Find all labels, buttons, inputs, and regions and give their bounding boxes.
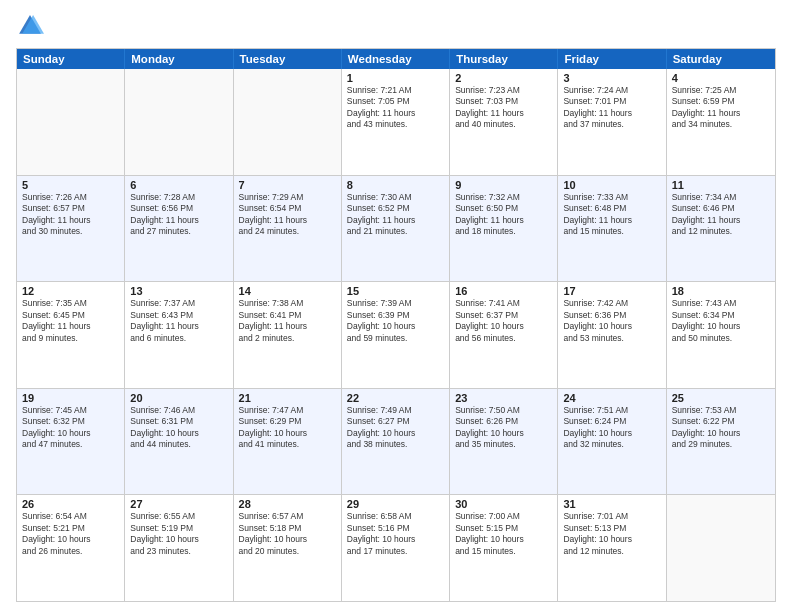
day-number: 13: [130, 285, 227, 297]
calendar-cell: 8Sunrise: 7:30 AM Sunset: 6:52 PM Daylig…: [342, 176, 450, 282]
calendar-week-row: 5Sunrise: 7:26 AM Sunset: 6:57 PM Daylig…: [17, 175, 775, 282]
calendar-week-row: 26Sunrise: 6:54 AM Sunset: 5:21 PM Dayli…: [17, 494, 775, 601]
day-number: 31: [563, 498, 660, 510]
cal-header-cell: Sunday: [17, 49, 125, 69]
day-number: 10: [563, 179, 660, 191]
calendar-cell: 17Sunrise: 7:42 AM Sunset: 6:36 PM Dayli…: [558, 282, 666, 388]
calendar-cell: 7Sunrise: 7:29 AM Sunset: 6:54 PM Daylig…: [234, 176, 342, 282]
calendar-cell: 26Sunrise: 6:54 AM Sunset: 5:21 PM Dayli…: [17, 495, 125, 601]
cell-daylight-info: Sunrise: 7:00 AM Sunset: 5:15 PM Dayligh…: [455, 511, 552, 557]
day-number: 28: [239, 498, 336, 510]
day-number: 30: [455, 498, 552, 510]
cell-daylight-info: Sunrise: 7:42 AM Sunset: 6:36 PM Dayligh…: [563, 298, 660, 344]
cell-daylight-info: Sunrise: 7:38 AM Sunset: 6:41 PM Dayligh…: [239, 298, 336, 344]
calendar: SundayMondayTuesdayWednesdayThursdayFrid…: [16, 48, 776, 602]
cell-daylight-info: Sunrise: 6:55 AM Sunset: 5:19 PM Dayligh…: [130, 511, 227, 557]
cal-header-cell: Friday: [558, 49, 666, 69]
calendar-cell: 19Sunrise: 7:45 AM Sunset: 6:32 PM Dayli…: [17, 389, 125, 495]
calendar-cell: [125, 69, 233, 175]
cal-header-cell: Saturday: [667, 49, 775, 69]
calendar-cell: 1Sunrise: 7:21 AM Sunset: 7:05 PM Daylig…: [342, 69, 450, 175]
cell-daylight-info: Sunrise: 7:34 AM Sunset: 6:46 PM Dayligh…: [672, 192, 770, 238]
calendar-cell: 31Sunrise: 7:01 AM Sunset: 5:13 PM Dayli…: [558, 495, 666, 601]
day-number: 17: [563, 285, 660, 297]
cell-daylight-info: Sunrise: 7:37 AM Sunset: 6:43 PM Dayligh…: [130, 298, 227, 344]
calendar-week-row: 12Sunrise: 7:35 AM Sunset: 6:45 PM Dayli…: [17, 281, 775, 388]
calendar-cell: 4Sunrise: 7:25 AM Sunset: 6:59 PM Daylig…: [667, 69, 775, 175]
calendar-week-row: 19Sunrise: 7:45 AM Sunset: 6:32 PM Dayli…: [17, 388, 775, 495]
cell-daylight-info: Sunrise: 7:45 AM Sunset: 6:32 PM Dayligh…: [22, 405, 119, 451]
cell-daylight-info: Sunrise: 7:50 AM Sunset: 6:26 PM Dayligh…: [455, 405, 552, 451]
cell-daylight-info: Sunrise: 7:24 AM Sunset: 7:01 PM Dayligh…: [563, 85, 660, 131]
calendar-cell: 3Sunrise: 7:24 AM Sunset: 7:01 PM Daylig…: [558, 69, 666, 175]
calendar-cell: 2Sunrise: 7:23 AM Sunset: 7:03 PM Daylig…: [450, 69, 558, 175]
calendar-cell: 15Sunrise: 7:39 AM Sunset: 6:39 PM Dayli…: [342, 282, 450, 388]
cal-header-cell: Thursday: [450, 49, 558, 69]
calendar-cell: 21Sunrise: 7:47 AM Sunset: 6:29 PM Dayli…: [234, 389, 342, 495]
cell-daylight-info: Sunrise: 7:23 AM Sunset: 7:03 PM Dayligh…: [455, 85, 552, 131]
cell-daylight-info: Sunrise: 7:28 AM Sunset: 6:56 PM Dayligh…: [130, 192, 227, 238]
logo: [16, 12, 46, 40]
calendar-cell: 25Sunrise: 7:53 AM Sunset: 6:22 PM Dayli…: [667, 389, 775, 495]
cell-daylight-info: Sunrise: 7:47 AM Sunset: 6:29 PM Dayligh…: [239, 405, 336, 451]
cell-daylight-info: Sunrise: 7:39 AM Sunset: 6:39 PM Dayligh…: [347, 298, 444, 344]
day-number: 5: [22, 179, 119, 191]
calendar-cell: 10Sunrise: 7:33 AM Sunset: 6:48 PM Dayli…: [558, 176, 666, 282]
cal-header-cell: Wednesday: [342, 49, 450, 69]
calendar-cell: 20Sunrise: 7:46 AM Sunset: 6:31 PM Dayli…: [125, 389, 233, 495]
logo-icon: [16, 12, 44, 40]
day-number: 11: [672, 179, 770, 191]
day-number: 23: [455, 392, 552, 404]
cell-daylight-info: Sunrise: 7:51 AM Sunset: 6:24 PM Dayligh…: [563, 405, 660, 451]
calendar-cell: 14Sunrise: 7:38 AM Sunset: 6:41 PM Dayli…: [234, 282, 342, 388]
day-number: 6: [130, 179, 227, 191]
day-number: 20: [130, 392, 227, 404]
day-number: 24: [563, 392, 660, 404]
day-number: 2: [455, 72, 552, 84]
page: SundayMondayTuesdayWednesdayThursdayFrid…: [0, 0, 792, 612]
day-number: 9: [455, 179, 552, 191]
cell-daylight-info: Sunrise: 7:43 AM Sunset: 6:34 PM Dayligh…: [672, 298, 770, 344]
cell-daylight-info: Sunrise: 7:29 AM Sunset: 6:54 PM Dayligh…: [239, 192, 336, 238]
day-number: 8: [347, 179, 444, 191]
day-number: 27: [130, 498, 227, 510]
cell-daylight-info: Sunrise: 6:58 AM Sunset: 5:16 PM Dayligh…: [347, 511, 444, 557]
day-number: 18: [672, 285, 770, 297]
calendar-cell: 12Sunrise: 7:35 AM Sunset: 6:45 PM Dayli…: [17, 282, 125, 388]
cell-daylight-info: Sunrise: 7:32 AM Sunset: 6:50 PM Dayligh…: [455, 192, 552, 238]
cell-daylight-info: Sunrise: 6:57 AM Sunset: 5:18 PM Dayligh…: [239, 511, 336, 557]
calendar-header-row: SundayMondayTuesdayWednesdayThursdayFrid…: [17, 49, 775, 69]
calendar-cell: [667, 495, 775, 601]
calendar-week-row: 1Sunrise: 7:21 AM Sunset: 7:05 PM Daylig…: [17, 69, 775, 175]
cell-daylight-info: Sunrise: 7:21 AM Sunset: 7:05 PM Dayligh…: [347, 85, 444, 131]
cell-daylight-info: Sunrise: 7:33 AM Sunset: 6:48 PM Dayligh…: [563, 192, 660, 238]
cell-daylight-info: Sunrise: 7:01 AM Sunset: 5:13 PM Dayligh…: [563, 511, 660, 557]
calendar-cell: 29Sunrise: 6:58 AM Sunset: 5:16 PM Dayli…: [342, 495, 450, 601]
calendar-cell: 22Sunrise: 7:49 AM Sunset: 6:27 PM Dayli…: [342, 389, 450, 495]
day-number: 16: [455, 285, 552, 297]
cell-daylight-info: Sunrise: 7:35 AM Sunset: 6:45 PM Dayligh…: [22, 298, 119, 344]
cell-daylight-info: Sunrise: 7:53 AM Sunset: 6:22 PM Dayligh…: [672, 405, 770, 451]
calendar-cell: [17, 69, 125, 175]
day-number: 3: [563, 72, 660, 84]
cal-header-cell: Monday: [125, 49, 233, 69]
day-number: 1: [347, 72, 444, 84]
header: [16, 12, 776, 40]
cell-daylight-info: Sunrise: 6:54 AM Sunset: 5:21 PM Dayligh…: [22, 511, 119, 557]
calendar-cell: 23Sunrise: 7:50 AM Sunset: 6:26 PM Dayli…: [450, 389, 558, 495]
day-number: 15: [347, 285, 444, 297]
cell-daylight-info: Sunrise: 7:30 AM Sunset: 6:52 PM Dayligh…: [347, 192, 444, 238]
day-number: 26: [22, 498, 119, 510]
day-number: 21: [239, 392, 336, 404]
calendar-body: 1Sunrise: 7:21 AM Sunset: 7:05 PM Daylig…: [17, 69, 775, 601]
day-number: 14: [239, 285, 336, 297]
calendar-cell: 18Sunrise: 7:43 AM Sunset: 6:34 PM Dayli…: [667, 282, 775, 388]
calendar-cell: 16Sunrise: 7:41 AM Sunset: 6:37 PM Dayli…: [450, 282, 558, 388]
calendar-cell: 30Sunrise: 7:00 AM Sunset: 5:15 PM Dayli…: [450, 495, 558, 601]
cell-daylight-info: Sunrise: 7:26 AM Sunset: 6:57 PM Dayligh…: [22, 192, 119, 238]
calendar-cell: 13Sunrise: 7:37 AM Sunset: 6:43 PM Dayli…: [125, 282, 233, 388]
cell-daylight-info: Sunrise: 7:25 AM Sunset: 6:59 PM Dayligh…: [672, 85, 770, 131]
cal-header-cell: Tuesday: [234, 49, 342, 69]
day-number: 7: [239, 179, 336, 191]
cell-daylight-info: Sunrise: 7:41 AM Sunset: 6:37 PM Dayligh…: [455, 298, 552, 344]
